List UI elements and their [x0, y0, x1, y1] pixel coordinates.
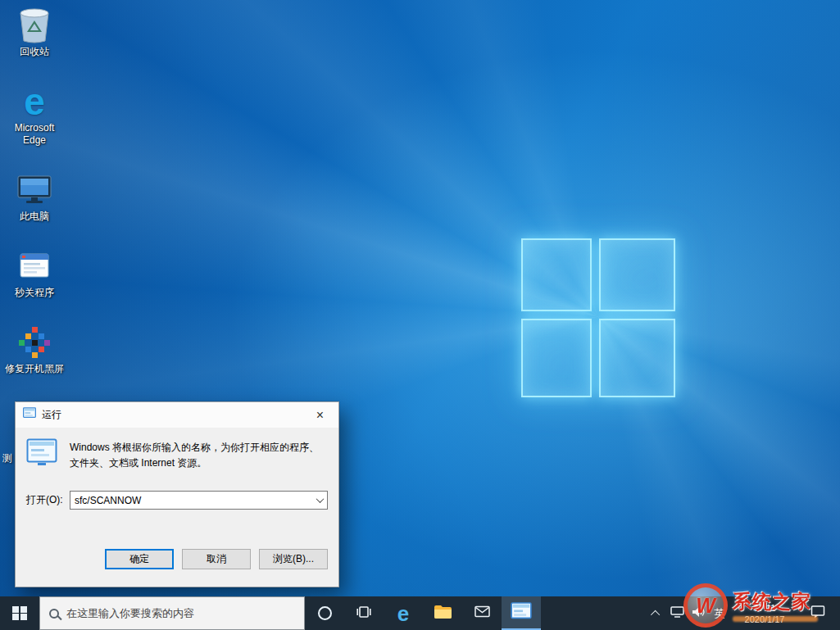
- run-icon: [26, 438, 57, 469]
- program-window-icon: [16, 247, 53, 285]
- desktop-icon-label: 此电脑: [20, 211, 49, 223]
- cortana-icon: [318, 606, 332, 620]
- action-center-button[interactable]: [799, 596, 837, 630]
- run-app-taskbar-button[interactable]: [502, 596, 541, 630]
- cortana-button[interactable]: [305, 596, 344, 630]
- run-dialog-title: 运行: [42, 408, 61, 422]
- run-app-icon: [511, 602, 532, 624]
- language-indicator-button[interactable]: 英: [709, 596, 730, 630]
- search-icon: [49, 609, 59, 619]
- windows-logo-pane: [599, 319, 675, 397]
- system-tray: 英 17:11 2020/1/17: [647, 596, 840, 630]
- windows-start-icon: [12, 606, 27, 621]
- this-pc-icon: [16, 171, 53, 209]
- notification-icon: [810, 605, 825, 622]
- cancel-button[interactable]: 取消: [182, 549, 251, 569]
- desktop-icon-miaoguan-program[interactable]: 秒关程序: [5, 247, 64, 299]
- search-input[interactable]: [66, 607, 295, 619]
- edge-icon: e: [16, 83, 53, 120]
- clock-time: 17:11: [754, 602, 776, 614]
- desktop-icon-microsoft-edge[interactable]: e Microsoft Edge: [5, 83, 64, 147]
- run-dialog-titlebar-icon: [23, 407, 36, 423]
- mosaic-icon: [16, 324, 53, 361]
- run-dialog-description-row: Windows 将根据你所输入的名称，为你打开相应的程序、 文件夹、文档或 In…: [26, 438, 319, 471]
- task-view-icon: [356, 605, 372, 622]
- taskbar-clock[interactable]: 17:11 2020/1/17: [730, 596, 799, 630]
- windows-logo-wallpaper: [521, 238, 675, 397]
- taskbar-search-box[interactable]: [39, 596, 305, 630]
- run-open-row: 打开(O):: [26, 491, 328, 510]
- browse-button[interactable]: 浏览(B)...: [259, 549, 328, 569]
- edge-icon: e: [397, 603, 409, 624]
- desktop-icon-label: 回收站: [20, 46, 49, 58]
- desktop-icon-label: 秒关程序: [15, 287, 54, 299]
- desktop-icon-recycle-bin[interactable]: 回收站: [5, 7, 64, 58]
- desktop-icon-label: Microsoft Edge: [5, 122, 64, 147]
- desktop-icon-fix-black-screen[interactable]: 修复开机黑屏: [5, 324, 64, 375]
- taskbar: e: [0, 596, 840, 630]
- task-view-button[interactable]: [344, 596, 384, 630]
- network-icon: [670, 606, 684, 621]
- speaker-icon: [692, 606, 705, 621]
- windows-logo-pane: [599, 238, 675, 311]
- description-line-1: Windows 将根据你所输入的名称，为你打开相应的程序、: [70, 440, 319, 456]
- mail-icon: [474, 605, 490, 621]
- tray-expand-button[interactable]: [647, 596, 666, 630]
- open-label: 打开(O):: [26, 493, 70, 507]
- file-explorer-icon: [434, 605, 452, 623]
- windows-logo-pane: [521, 238, 592, 311]
- close-icon: ×: [316, 408, 324, 423]
- chevron-up-icon: [651, 610, 660, 619]
- combo-dropdown-icon[interactable]: [312, 492, 327, 509]
- desktop-icon-this-pc[interactable]: 此电脑: [5, 171, 64, 223]
- edge-taskbar-button[interactable]: e: [384, 596, 423, 630]
- recycle-bin-icon: [16, 7, 53, 44]
- file-explorer-button[interactable]: [423, 596, 462, 630]
- run-dialog: 运行 × Windows 将根据你所输入的名称，为你打开相应的程序、 文件夹、文…: [15, 401, 339, 587]
- network-tray-button[interactable]: [666, 596, 688, 630]
- run-combobox: [70, 491, 328, 510]
- volume-tray-button[interactable]: [688, 596, 709, 630]
- run-dialog-titlebar[interactable]: 运行 ×: [16, 402, 338, 428]
- close-button[interactable]: ×: [302, 402, 338, 428]
- run-dialog-buttons: 确定 取消 浏览(B)...: [105, 549, 328, 569]
- start-button[interactable]: [0, 596, 39, 630]
- mail-button[interactable]: [462, 596, 502, 630]
- run-command-input[interactable]: [70, 492, 312, 509]
- ok-button[interactable]: 确定: [105, 549, 174, 569]
- run-dialog-description: Windows 将根据你所输入的名称，为你打开相应的程序、 文件夹、文档或 In…: [70, 438, 319, 471]
- desktop-icon-column: 回收站 e Microsoft Edge 此电脑: [5, 7, 64, 375]
- partially-hidden-icon-label[interactable]: 测: [2, 451, 15, 465]
- clock-date: 2020/1/17: [745, 614, 785, 625]
- description-line-2: 文件夹、文档或 Internet 资源。: [70, 456, 319, 471]
- language-indicator: 英: [715, 606, 725, 621]
- windows-logo-pane: [521, 319, 592, 397]
- desktop: 回收站 e Microsoft Edge 此电脑: [0, 0, 840, 630]
- desktop-icon-label: 修复开机黑屏: [5, 363, 64, 375]
